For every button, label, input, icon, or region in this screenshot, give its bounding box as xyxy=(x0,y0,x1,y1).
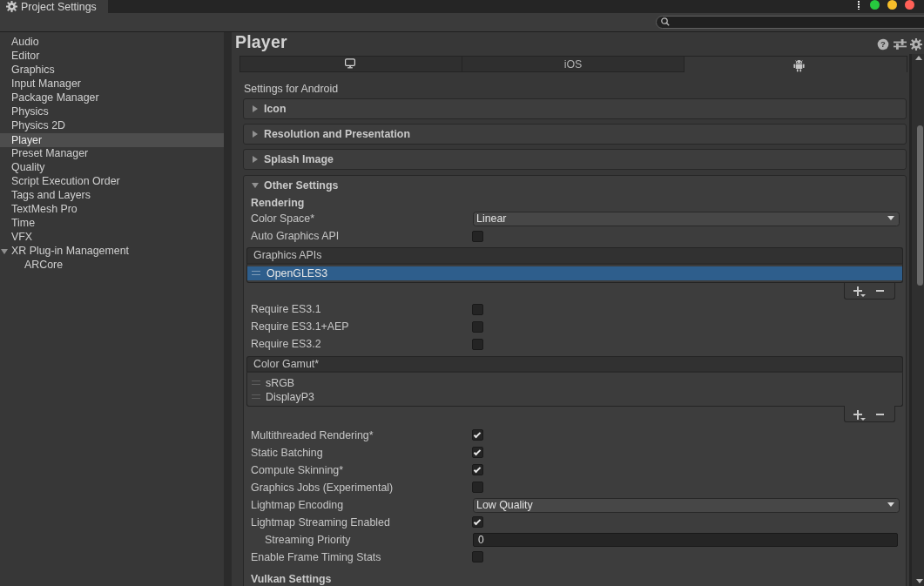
svg-text:?: ? xyxy=(880,39,886,49)
